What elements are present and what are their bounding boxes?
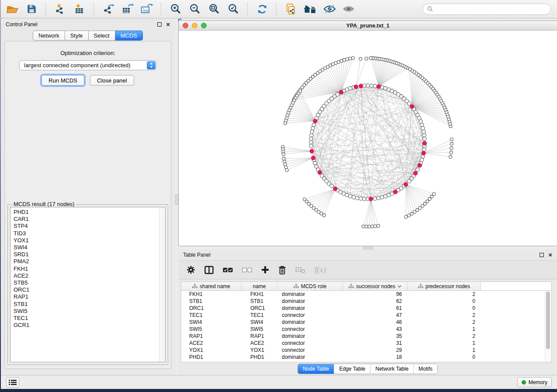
mcds-result-item[interactable]: FKH1 bbox=[14, 265, 156, 272]
table-cell[interactable]: STB1 bbox=[181, 298, 242, 304]
table-cell[interactable]: 0 bbox=[408, 305, 481, 311]
table-cell[interactable]: TEC1 bbox=[242, 312, 277, 318]
network-node[interactable] bbox=[377, 196, 380, 199]
satellite-node[interactable] bbox=[343, 58, 346, 62]
show-visibility-button[interactable] bbox=[342, 2, 356, 16]
mcds-result-item[interactable]: TID3 bbox=[14, 230, 156, 237]
table-row[interactable]: ACE2ACE2connector311 bbox=[181, 340, 551, 347]
tab-network-table[interactable]: Network Table bbox=[370, 364, 413, 374]
table-cell[interactable]: 2 bbox=[408, 291, 481, 297]
satellite-node[interactable] bbox=[284, 163, 287, 166]
tab-select[interactable]: Select bbox=[89, 31, 115, 41]
search-input[interactable] bbox=[436, 6, 546, 13]
mcds-result-item[interactable]: YOX1 bbox=[14, 237, 156, 244]
export-network-button[interactable] bbox=[101, 2, 115, 16]
table-cell[interactable]: 2 bbox=[408, 312, 481, 318]
network-node[interactable] bbox=[422, 130, 425, 133]
table-cell[interactable]: 2 bbox=[408, 333, 481, 339]
table-cell[interactable]: connector bbox=[277, 326, 343, 332]
satellite-node[interactable] bbox=[413, 210, 416, 213]
tab-edge-table[interactable]: Edge Table bbox=[334, 364, 370, 374]
hide-visibility-button[interactable] bbox=[322, 2, 336, 16]
tab-style[interactable]: Style bbox=[65, 31, 89, 41]
satellite-node[interactable] bbox=[449, 155, 452, 158]
tab-mcds[interactable]: MCDS bbox=[115, 31, 143, 41]
mcds-result-item[interactable]: STP4 bbox=[14, 223, 156, 230]
mcds-list-scrollbar[interactable] bbox=[159, 207, 165, 362]
table-row[interactable]: SWI5SWI5connector431 bbox=[181, 326, 551, 333]
table-cell[interactable]: dominator bbox=[277, 291, 343, 297]
table-cell[interactable]: YOX1 bbox=[181, 347, 242, 353]
table-cell[interactable]: 29 bbox=[343, 347, 408, 353]
mcds-result-item[interactable]: STB1 bbox=[14, 301, 156, 308]
optimization-criterion-select[interactable]: largest connected component (undirected) bbox=[19, 60, 156, 70]
zoom-window-button[interactable] bbox=[201, 23, 207, 28]
import-table-button[interactable] bbox=[73, 2, 86, 16]
mcds-hub-node[interactable] bbox=[369, 197, 373, 201]
mcds-result-item[interactable]: SWI4 bbox=[14, 244, 156, 251]
column-header-shared-name[interactable]: shared name bbox=[181, 282, 242, 290]
network-node[interactable] bbox=[355, 196, 359, 199]
satellite-node[interactable] bbox=[369, 57, 372, 60]
vertical-splitter[interactable] bbox=[175, 18, 178, 375]
mcds-result-item[interactable]: ORC1 bbox=[14, 286, 156, 293]
splitter-grip[interactable] bbox=[175, 194, 178, 205]
satellite-node[interactable] bbox=[359, 57, 362, 60]
table-row[interactable]: ORC1ORC1dominator610 bbox=[181, 305, 551, 312]
column-header-name[interactable]: name bbox=[242, 282, 277, 290]
zoom-out-button[interactable] bbox=[188, 2, 202, 16]
network-node[interactable] bbox=[349, 194, 352, 198]
search-box[interactable] bbox=[422, 3, 551, 15]
table-cell[interactable]: STB1 bbox=[242, 298, 277, 304]
table-cell[interactable]: FKH1 bbox=[181, 291, 242, 297]
network-node[interactable] bbox=[352, 196, 355, 199]
scrollbar-thumb[interactable] bbox=[546, 292, 550, 349]
satellite-node[interactable] bbox=[416, 209, 419, 212]
mcds-hub-node[interactable] bbox=[354, 85, 358, 89]
satellite-node[interactable] bbox=[365, 57, 368, 60]
table-scrollbar[interactable] bbox=[545, 291, 551, 361]
table-cell[interactable]: ORC1 bbox=[242, 305, 277, 311]
function-builder-button[interactable]: f(x) bbox=[315, 265, 326, 275]
mcds-result-item[interactable]: ACE2 bbox=[14, 272, 156, 279]
table-cell[interactable]: dominator bbox=[277, 333, 343, 339]
table-cell[interactable]: 18 bbox=[343, 354, 408, 360]
column-header-predecessor-nodes[interactable]: predecessor nodes bbox=[408, 282, 481, 290]
table-row[interactable]: FKH1FKH1dominator962 bbox=[181, 291, 551, 298]
mcds-result-item[interactable]: SRD1 bbox=[14, 251, 156, 258]
network-node[interactable] bbox=[359, 197, 363, 200]
network-node[interactable] bbox=[363, 197, 366, 201]
add-column-button[interactable] bbox=[261, 266, 269, 274]
mcds-result-item[interactable]: TEC1 bbox=[14, 315, 156, 322]
table-row[interactable]: SWI4SWI4dominator462 bbox=[181, 319, 551, 326]
satellite-node[interactable] bbox=[282, 157, 285, 160]
table-cell[interactable]: dominator bbox=[277, 319, 343, 325]
table-cell[interactable]: YOX1 bbox=[242, 347, 277, 353]
table-cell[interactable]: PHD1 bbox=[242, 354, 277, 360]
satellite-node[interactable] bbox=[346, 58, 349, 61]
table-cell[interactable]: PHD1 bbox=[181, 354, 242, 360]
zoom-fit-button[interactable] bbox=[207, 2, 221, 16]
float-panel-icon[interactable] bbox=[540, 253, 544, 257]
column-header-MCDS-role[interactable]: MCDS role bbox=[277, 282, 343, 290]
network-node[interactable] bbox=[422, 148, 426, 151]
mcds-hub-node[interactable] bbox=[422, 151, 426, 155]
table-settings-button[interactable] bbox=[187, 265, 195, 274]
satellite-node[interactable] bbox=[419, 206, 422, 210]
table-cell[interactable]: SWI5 bbox=[242, 326, 277, 332]
network-node[interactable] bbox=[309, 141, 313, 144]
table-cell[interactable]: TEC1 bbox=[181, 312, 242, 318]
table-cell[interactable]: 96 bbox=[343, 291, 408, 297]
satellite-node[interactable] bbox=[322, 214, 325, 217]
mcds-result-item[interactable]: PMA2 bbox=[14, 258, 156, 265]
deselect-all-button[interactable] bbox=[242, 267, 252, 273]
network-canvas[interactable] bbox=[179, 31, 557, 246]
satellite-node[interactable] bbox=[408, 68, 412, 71]
table-cell[interactable]: 62 bbox=[343, 298, 408, 304]
table-row[interactable]: PHD1PHD1dominator180 bbox=[181, 354, 551, 361]
satellite-node[interactable] bbox=[283, 160, 286, 163]
network-node[interactable] bbox=[310, 134, 313, 137]
table-cell[interactable]: SWI4 bbox=[181, 319, 242, 325]
satellite-node[interactable] bbox=[450, 138, 453, 141]
mcds-result-item[interactable]: PHD1 bbox=[14, 209, 156, 216]
